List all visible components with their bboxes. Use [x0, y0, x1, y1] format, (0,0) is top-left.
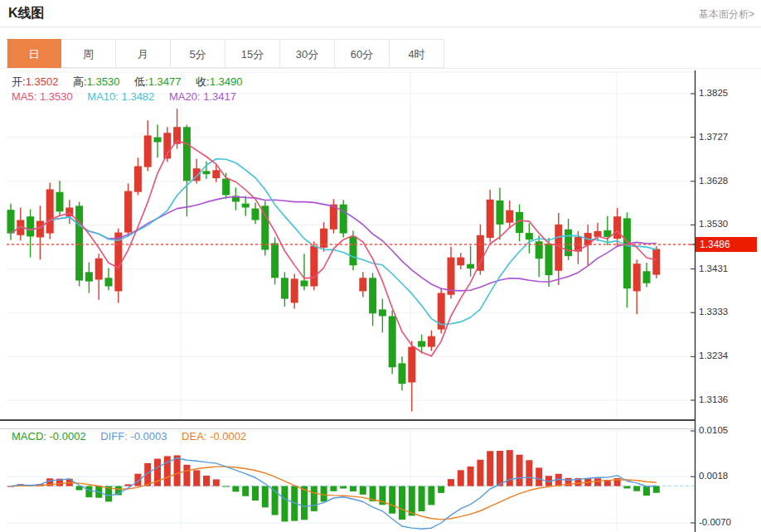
price-axis-label: 1.3136 — [699, 394, 757, 404]
ma-readout: MA5: 1.3530 MA10: 1.3482 MA20: 1.3417 — [12, 90, 248, 103]
ma20-label: MA20: — [169, 90, 201, 103]
dea-value: -0.0002 — [210, 430, 246, 443]
diff-label: DIFF: — [100, 430, 128, 443]
tab-week[interactable]: 周 — [61, 39, 116, 68]
price-axis-label: 1.3628 — [699, 176, 757, 186]
price-axis-label: 1.3530 — [699, 219, 757, 229]
dea-label: DEA: — [182, 430, 206, 443]
tab-15min[interactable]: 15分 — [225, 39, 280, 68]
low-label: 低: — [134, 75, 148, 88]
period-tabs: 日 周 月 5分 15分 30分 60分 4时 — [7, 39, 444, 68]
tab-month[interactable]: 月 — [116, 39, 171, 68]
macd-axis-label: 0.0018 — [699, 471, 757, 481]
macd-label: MACD: — [12, 430, 46, 443]
high-label: 高: — [73, 75, 87, 88]
price-axis-label: 1.3234 — [699, 351, 757, 360]
current-price-tag: 1.3486 — [696, 237, 757, 252]
kline-widget: K线图 基本面分析> 日 周 月 5分 15分 30分 60分 4时 开:1.3… — [0, 0, 761, 532]
macd-axis-label: 0.0105 — [699, 425, 757, 435]
macd-readout: MACD: -0.0002 DIFF: -0.0003 DEA: -0.0002 — [12, 430, 258, 443]
tab-4hour[interactable]: 4时 — [390, 39, 444, 68]
tab-5min[interactable]: 5分 — [171, 39, 225, 68]
title-divider — [0, 27, 761, 27]
ma5-value: 1.3530 — [40, 90, 73, 103]
ma10-label: MA10: — [87, 90, 119, 103]
low-value: 1.3477 — [148, 75, 182, 88]
open-label: 开: — [12, 75, 26, 88]
close-value: 1.3490 — [210, 75, 243, 88]
ohlc-readout: 开:1.3502 高:1.3530 低:1.3477 收:1.3490 — [12, 75, 254, 89]
ma5-label: MA5: — [12, 90, 36, 103]
tabs-divider — [0, 68, 761, 69]
open-value: 1.3502 — [26, 75, 59, 88]
close-label: 收: — [196, 75, 210, 88]
high-value: 1.3530 — [87, 75, 120, 88]
diff-value: -0.0003 — [130, 430, 167, 443]
ma10-value: 1.3482 — [122, 90, 155, 103]
tab-60min[interactable]: 60分 — [335, 39, 390, 68]
page-title: K线图 — [8, 5, 45, 22]
tab-30min[interactable]: 30分 — [280, 39, 335, 68]
fundamental-analysis-link[interactable]: 基本面分析> — [699, 7, 754, 22]
price-axis-label: 1.3727 — [699, 132, 757, 142]
tab-day[interactable]: 日 — [7, 39, 61, 68]
price-axis-label: 1.3333 — [699, 307, 757, 317]
price-axis-label: 1.3431 — [699, 264, 757, 273]
macd-value: -0.0002 — [50, 430, 86, 443]
price-axis-label: 1.3825 — [699, 88, 757, 98]
ma20-value: 1.3417 — [203, 90, 236, 103]
macd-axis-label: -0.0070 — [699, 517, 757, 527]
